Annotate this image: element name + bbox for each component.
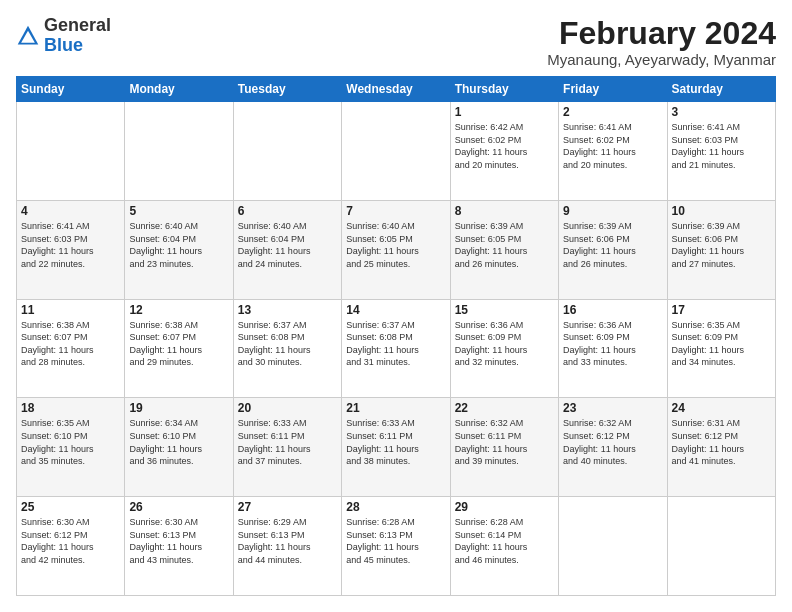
calendar-week-row: 11Sunrise: 6:38 AM Sunset: 6:07 PM Dayli… bbox=[17, 299, 776, 398]
day-number: 8 bbox=[455, 204, 554, 218]
day-info: Sunrise: 6:41 AM Sunset: 6:03 PM Dayligh… bbox=[21, 220, 120, 270]
calendar-cell: 5Sunrise: 6:40 AM Sunset: 6:04 PM Daylig… bbox=[125, 200, 233, 299]
calendar-cell: 27Sunrise: 6:29 AM Sunset: 6:13 PM Dayli… bbox=[233, 497, 341, 596]
calendar-week-row: 1Sunrise: 6:42 AM Sunset: 6:02 PM Daylig… bbox=[17, 102, 776, 201]
day-number: 14 bbox=[346, 303, 445, 317]
day-number: 18 bbox=[21, 401, 120, 415]
day-info: Sunrise: 6:37 AM Sunset: 6:08 PM Dayligh… bbox=[346, 319, 445, 369]
day-info: Sunrise: 6:33 AM Sunset: 6:11 PM Dayligh… bbox=[238, 417, 337, 467]
calendar-cell: 18Sunrise: 6:35 AM Sunset: 6:10 PM Dayli… bbox=[17, 398, 125, 497]
calendar-cell: 23Sunrise: 6:32 AM Sunset: 6:12 PM Dayli… bbox=[559, 398, 667, 497]
day-number: 6 bbox=[238, 204, 337, 218]
weekday-header: Monday bbox=[125, 77, 233, 102]
calendar-cell: 28Sunrise: 6:28 AM Sunset: 6:13 PM Dayli… bbox=[342, 497, 450, 596]
day-info: Sunrise: 6:37 AM Sunset: 6:08 PM Dayligh… bbox=[238, 319, 337, 369]
calendar-cell: 14Sunrise: 6:37 AM Sunset: 6:08 PM Dayli… bbox=[342, 299, 450, 398]
calendar-cell: 16Sunrise: 6:36 AM Sunset: 6:09 PM Dayli… bbox=[559, 299, 667, 398]
calendar-cell: 4Sunrise: 6:41 AM Sunset: 6:03 PM Daylig… bbox=[17, 200, 125, 299]
day-number: 11 bbox=[21, 303, 120, 317]
weekday-header: Friday bbox=[559, 77, 667, 102]
day-info: Sunrise: 6:35 AM Sunset: 6:09 PM Dayligh… bbox=[672, 319, 771, 369]
day-number: 9 bbox=[563, 204, 662, 218]
calendar-cell: 12Sunrise: 6:38 AM Sunset: 6:07 PM Dayli… bbox=[125, 299, 233, 398]
calendar-cell: 7Sunrise: 6:40 AM Sunset: 6:05 PM Daylig… bbox=[342, 200, 450, 299]
calendar-header-row: SundayMondayTuesdayWednesdayThursdayFrid… bbox=[17, 77, 776, 102]
day-info: Sunrise: 6:39 AM Sunset: 6:06 PM Dayligh… bbox=[672, 220, 771, 270]
page: General Blue February 2024 Myanaung, Aye… bbox=[0, 0, 792, 612]
weekday-header: Thursday bbox=[450, 77, 558, 102]
calendar-cell: 21Sunrise: 6:33 AM Sunset: 6:11 PM Dayli… bbox=[342, 398, 450, 497]
day-number: 1 bbox=[455, 105, 554, 119]
day-number: 20 bbox=[238, 401, 337, 415]
calendar-cell: 3Sunrise: 6:41 AM Sunset: 6:03 PM Daylig… bbox=[667, 102, 775, 201]
day-number: 12 bbox=[129, 303, 228, 317]
day-number: 16 bbox=[563, 303, 662, 317]
calendar-cell bbox=[559, 497, 667, 596]
day-info: Sunrise: 6:40 AM Sunset: 6:05 PM Dayligh… bbox=[346, 220, 445, 270]
calendar-cell: 9Sunrise: 6:39 AM Sunset: 6:06 PM Daylig… bbox=[559, 200, 667, 299]
day-info: Sunrise: 6:38 AM Sunset: 6:07 PM Dayligh… bbox=[129, 319, 228, 369]
day-info: Sunrise: 6:39 AM Sunset: 6:05 PM Dayligh… bbox=[455, 220, 554, 270]
day-number: 3 bbox=[672, 105, 771, 119]
day-info: Sunrise: 6:36 AM Sunset: 6:09 PM Dayligh… bbox=[455, 319, 554, 369]
day-number: 2 bbox=[563, 105, 662, 119]
calendar-cell: 29Sunrise: 6:28 AM Sunset: 6:14 PM Dayli… bbox=[450, 497, 558, 596]
day-number: 7 bbox=[346, 204, 445, 218]
calendar-cell: 13Sunrise: 6:37 AM Sunset: 6:08 PM Dayli… bbox=[233, 299, 341, 398]
day-info: Sunrise: 6:35 AM Sunset: 6:10 PM Dayligh… bbox=[21, 417, 120, 467]
day-info: Sunrise: 6:34 AM Sunset: 6:10 PM Dayligh… bbox=[129, 417, 228, 467]
day-info: Sunrise: 6:31 AM Sunset: 6:12 PM Dayligh… bbox=[672, 417, 771, 467]
calendar-cell: 2Sunrise: 6:41 AM Sunset: 6:02 PM Daylig… bbox=[559, 102, 667, 201]
weekday-header: Wednesday bbox=[342, 77, 450, 102]
day-number: 13 bbox=[238, 303, 337, 317]
day-info: Sunrise: 6:38 AM Sunset: 6:07 PM Dayligh… bbox=[21, 319, 120, 369]
location-title: Myanaung, Ayeyarwady, Myanmar bbox=[547, 51, 776, 68]
calendar-cell: 24Sunrise: 6:31 AM Sunset: 6:12 PM Dayli… bbox=[667, 398, 775, 497]
logo: General Blue bbox=[16, 16, 111, 56]
calendar-table: SundayMondayTuesdayWednesdayThursdayFrid… bbox=[16, 76, 776, 596]
day-info: Sunrise: 6:30 AM Sunset: 6:12 PM Dayligh… bbox=[21, 516, 120, 566]
day-info: Sunrise: 6:30 AM Sunset: 6:13 PM Dayligh… bbox=[129, 516, 228, 566]
day-info: Sunrise: 6:32 AM Sunset: 6:11 PM Dayligh… bbox=[455, 417, 554, 467]
day-number: 29 bbox=[455, 500, 554, 514]
day-info: Sunrise: 6:28 AM Sunset: 6:13 PM Dayligh… bbox=[346, 516, 445, 566]
day-info: Sunrise: 6:40 AM Sunset: 6:04 PM Dayligh… bbox=[238, 220, 337, 270]
day-number: 17 bbox=[672, 303, 771, 317]
calendar-week-row: 18Sunrise: 6:35 AM Sunset: 6:10 PM Dayli… bbox=[17, 398, 776, 497]
calendar-cell bbox=[233, 102, 341, 201]
calendar-cell: 11Sunrise: 6:38 AM Sunset: 6:07 PM Dayli… bbox=[17, 299, 125, 398]
day-number: 22 bbox=[455, 401, 554, 415]
day-info: Sunrise: 6:33 AM Sunset: 6:11 PM Dayligh… bbox=[346, 417, 445, 467]
day-info: Sunrise: 6:40 AM Sunset: 6:04 PM Dayligh… bbox=[129, 220, 228, 270]
calendar-cell: 10Sunrise: 6:39 AM Sunset: 6:06 PM Dayli… bbox=[667, 200, 775, 299]
day-number: 4 bbox=[21, 204, 120, 218]
weekday-header: Saturday bbox=[667, 77, 775, 102]
day-number: 19 bbox=[129, 401, 228, 415]
day-number: 24 bbox=[672, 401, 771, 415]
day-info: Sunrise: 6:28 AM Sunset: 6:14 PM Dayligh… bbox=[455, 516, 554, 566]
calendar-week-row: 4Sunrise: 6:41 AM Sunset: 6:03 PM Daylig… bbox=[17, 200, 776, 299]
day-number: 5 bbox=[129, 204, 228, 218]
day-number: 28 bbox=[346, 500, 445, 514]
weekday-header: Tuesday bbox=[233, 77, 341, 102]
calendar-cell bbox=[342, 102, 450, 201]
day-info: Sunrise: 6:29 AM Sunset: 6:13 PM Dayligh… bbox=[238, 516, 337, 566]
day-number: 10 bbox=[672, 204, 771, 218]
logo-general: General bbox=[44, 15, 111, 35]
calendar-cell: 6Sunrise: 6:40 AM Sunset: 6:04 PM Daylig… bbox=[233, 200, 341, 299]
day-number: 21 bbox=[346, 401, 445, 415]
title-block: February 2024 Myanaung, Ayeyarwady, Myan… bbox=[547, 16, 776, 68]
header: General Blue February 2024 Myanaung, Aye… bbox=[16, 16, 776, 68]
calendar-cell: 1Sunrise: 6:42 AM Sunset: 6:02 PM Daylig… bbox=[450, 102, 558, 201]
calendar-week-row: 25Sunrise: 6:30 AM Sunset: 6:12 PM Dayli… bbox=[17, 497, 776, 596]
day-info: Sunrise: 6:41 AM Sunset: 6:02 PM Dayligh… bbox=[563, 121, 662, 171]
calendar-cell: 19Sunrise: 6:34 AM Sunset: 6:10 PM Dayli… bbox=[125, 398, 233, 497]
calendar-cell bbox=[125, 102, 233, 201]
logo-text: General Blue bbox=[44, 16, 111, 56]
day-info: Sunrise: 6:41 AM Sunset: 6:03 PM Dayligh… bbox=[672, 121, 771, 171]
month-title: February 2024 bbox=[547, 16, 776, 51]
day-info: Sunrise: 6:32 AM Sunset: 6:12 PM Dayligh… bbox=[563, 417, 662, 467]
weekday-header: Sunday bbox=[17, 77, 125, 102]
day-info: Sunrise: 6:39 AM Sunset: 6:06 PM Dayligh… bbox=[563, 220, 662, 270]
calendar-cell bbox=[17, 102, 125, 201]
